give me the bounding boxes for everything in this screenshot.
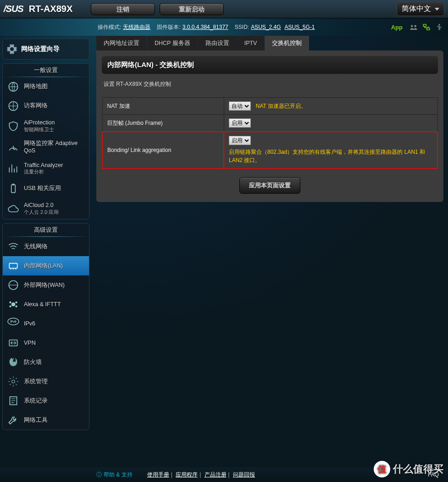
wifi-icon bbox=[7, 241, 19, 252]
chart-icon bbox=[7, 163, 19, 174]
watermark: 值 什么值得买 bbox=[374, 461, 443, 477]
language-selector[interactable]: 简体中文 bbox=[397, 2, 444, 16]
general-group: 一般设置 网络地图 访客网络 AiProtection智能网络卫士 网络监控家 … bbox=[2, 63, 89, 219]
gauge-icon bbox=[7, 141, 19, 153]
vpn-icon bbox=[7, 337, 19, 349]
tab-bar: 内网地址设置 DHCP 服务器 路由设置 IPTV 交换机控制 bbox=[96, 36, 443, 50]
sidebar-item-tools[interactable]: 网络工具 bbox=[3, 410, 89, 430]
model-name: RT-AX89X bbox=[29, 4, 73, 14]
feedback-link[interactable]: 问题回报 bbox=[233, 471, 255, 478]
brand-logo: /SUS bbox=[4, 4, 23, 14]
sidebar-item-lan[interactable]: 内部网络(LAN) bbox=[3, 256, 89, 275]
logout-button[interactable]: 注销 bbox=[91, 3, 155, 15]
bonding-row: Bonding/ Link aggregation 启用 启用链路聚合（802.… bbox=[102, 132, 437, 168]
shield-icon bbox=[7, 120, 19, 132]
sidebar-item-qos[interactable]: 网络监控家 Adaptive QoS bbox=[3, 136, 89, 158]
nat-select[interactable]: 自动 bbox=[229, 101, 251, 111]
panel-title: 内部网络(LAN) - 交换机控制 bbox=[102, 56, 438, 74]
utility-link[interactable]: 应用程序 bbox=[176, 471, 198, 478]
gear-icon bbox=[6, 44, 17, 55]
svg-text:IPv6: IPv6 bbox=[10, 320, 17, 324]
sidebar-item-guest-network[interactable]: 访客网络 bbox=[3, 96, 89, 116]
settings-panel: 内部网络(LAN) - 交换机控制 设置 RT-AX89X 交换机控制 NAT … bbox=[96, 50, 443, 202]
sidebar: 网络设置向导 一般设置 网络地图 访客网络 AiProtection智能网络卫士… bbox=[0, 36, 92, 467]
app-link[interactable]: App bbox=[391, 24, 403, 31]
svg-rect-4 bbox=[11, 185, 16, 192]
wrench-icon bbox=[7, 414, 19, 426]
network-icon[interactable] bbox=[422, 23, 431, 31]
help-icon: ⓘ bbox=[96, 471, 102, 479]
svg-point-16 bbox=[12, 380, 15, 383]
svg-point-12 bbox=[15, 306, 17, 308]
tab-route[interactable]: 路由设置 bbox=[198, 36, 237, 50]
clients-icon[interactable] bbox=[409, 23, 418, 31]
ssid-label: SSID: bbox=[235, 24, 249, 30]
sidebar-item-firewall[interactable]: 防火墙 bbox=[3, 353, 89, 372]
sidebar-item-wan[interactable]: 外部网络(WAN) bbox=[3, 275, 89, 295]
sidebar-item-aiprotection[interactable]: AiProtection智能网络卫士 bbox=[3, 116, 89, 136]
cloud-icon bbox=[7, 203, 19, 215]
main-content: 内网地址设置 DHCP 服务器 路由设置 IPTV 交换机控制 内部网络(LAN… bbox=[92, 36, 448, 467]
chevron-down-icon bbox=[435, 8, 439, 11]
watermark-text: 什么值得买 bbox=[393, 462, 443, 476]
sidebar-item-wireless[interactable]: 无线网络 bbox=[3, 237, 89, 256]
wizard-button[interactable]: 网络设置向导 bbox=[2, 39, 89, 60]
svg-point-11 bbox=[9, 306, 11, 308]
ssid-24g[interactable]: ASUS_2.4G bbox=[251, 24, 281, 30]
fw-version[interactable]: 3.0.0.4.384_81377 bbox=[183, 24, 228, 30]
register-link[interactable]: 产品注册 bbox=[205, 471, 227, 478]
fire-icon bbox=[7, 356, 19, 368]
ipv6-icon: IPv6 bbox=[7, 318, 19, 330]
nat-hint: NAT 加速器已开启。 bbox=[256, 103, 306, 109]
manual-link[interactable]: 使用手册 bbox=[147, 471, 169, 478]
tab-iptv[interactable]: IPTV bbox=[237, 36, 265, 50]
advanced-group: 高级设置 无线网络 内部网络(LAN) 外部网络(WAN) Alexa & IF… bbox=[2, 223, 89, 430]
bonding-select[interactable]: 启用 bbox=[229, 136, 251, 145]
panel-description: 设置 RT-AX89X 交换机控制 bbox=[102, 74, 438, 95]
nat-label: NAT 加速 bbox=[102, 98, 224, 115]
general-header: 一般设置 bbox=[3, 64, 89, 77]
ssid-5g[interactable]: ASUS_5G-1 bbox=[285, 24, 315, 30]
sidebar-item-vpn[interactable]: VPN bbox=[3, 333, 89, 353]
svg-rect-6 bbox=[9, 263, 17, 269]
sidebar-item-aicloud[interactable]: AiCloud 2.0个人云 2.0 应用 bbox=[3, 198, 89, 219]
svg-point-10 bbox=[15, 302, 17, 303]
fw-label: 固件版本: bbox=[157, 23, 180, 31]
footer-links: 使用手册| 应用程序| 产品注册| 问题回报 bbox=[146, 471, 256, 479]
usb-stick-icon bbox=[7, 183, 19, 195]
jumbo-select[interactable]: 启用 bbox=[229, 118, 251, 128]
ethernet-icon bbox=[7, 260, 19, 272]
sidebar-item-traffic-analyzer[interactable]: Traffic Analyzer流量分析 bbox=[3, 158, 89, 179]
sidebar-item-administration[interactable]: 系统管理 bbox=[3, 372, 89, 391]
help-link[interactable]: 帮助 & 支持 bbox=[104, 471, 133, 479]
apply-button[interactable]: 应用本页面设置 bbox=[239, 177, 300, 194]
log-icon bbox=[7, 395, 19, 407]
tab-switch-control[interactable]: 交换机控制 bbox=[265, 36, 309, 50]
sidebar-item-network-map[interactable]: 网络地图 bbox=[3, 77, 89, 96]
advanced-header: 高级设置 bbox=[3, 224, 89, 236]
settings-icon bbox=[7, 376, 19, 387]
svg-rect-0 bbox=[423, 24, 426, 27]
jumbo-label: 巨型帧 (Jumbo Frame) bbox=[102, 115, 224, 132]
sidebar-item-alexa[interactable]: Alexa & IFTTT bbox=[3, 295, 89, 314]
bonding-label: Bonding/ Link aggregation bbox=[102, 132, 224, 168]
op-mode-value[interactable]: 无线路由器 bbox=[123, 23, 150, 31]
sidebar-item-ipv6[interactable]: IPv6IPv6 bbox=[3, 314, 89, 333]
reboot-button[interactable]: 重新启动 bbox=[160, 3, 224, 15]
sidebar-item-log[interactable]: 系统记录 bbox=[3, 391, 89, 410]
usb-icon[interactable] bbox=[435, 23, 443, 31]
svg-rect-5 bbox=[12, 184, 14, 185]
globe-icon bbox=[7, 81, 19, 93]
header-bar: /SUS RT-AX89X 注销 重新启动 简体中文 bbox=[0, 0, 448, 18]
tab-dhcp[interactable]: DHCP 服务器 bbox=[147, 36, 198, 50]
globe-share-icon bbox=[7, 100, 19, 112]
settings-table: NAT 加速 自动 NAT 加速器已开启。 巨型帧 (Jumbo Frame) … bbox=[102, 97, 438, 169]
nat-row: NAT 加速 自动 NAT 加速器已开启。 bbox=[102, 98, 437, 115]
voice-icon bbox=[7, 298, 19, 310]
jumbo-row: 巨型帧 (Jumbo Frame) 启用 bbox=[102, 115, 437, 132]
op-mode-label: 操作模式: bbox=[98, 23, 121, 31]
tab-lan-ip[interactable]: 内网地址设置 bbox=[96, 36, 147, 50]
globe-wan-icon bbox=[7, 279, 19, 291]
wizard-label: 网络设置向导 bbox=[21, 45, 60, 53]
sidebar-item-usb[interactable]: USB 相关应用 bbox=[3, 179, 89, 198]
